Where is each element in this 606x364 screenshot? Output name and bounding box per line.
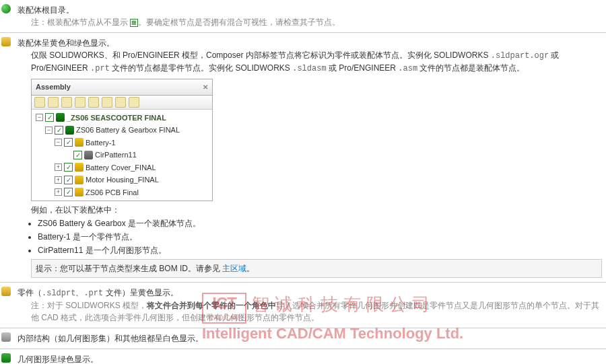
- tree-label: _ZS06 SEASCOOTER FINAL: [67, 112, 166, 124]
- part-node-icon: [75, 163, 83, 172]
- tree-row[interactable]: −✓_ZS06 SEASCOOTER FINAL: [36, 112, 208, 124]
- checkbox-icon[interactable]: ✓: [64, 176, 73, 184]
- row-title: 装配体呈黄色和绿色显示。: [18, 37, 602, 49]
- tree-row[interactable]: +✓Battery Cover_FINAL: [36, 161, 208, 174]
- group-icon: [1, 332, 11, 342]
- toolbar-icon[interactable]: [34, 97, 45, 108]
- part-node-icon: [75, 188, 83, 196]
- tree-label: Battery-1: [86, 137, 116, 149]
- row-icon: [0, 352, 16, 364]
- row-title: 零件（.sldprt、.prt 文件）呈黄色显示。: [18, 287, 602, 299]
- toolbar-icon[interactable]: [115, 97, 126, 108]
- row-title: 几何图形呈绿色显示。: [16, 352, 606, 364]
- tree-label: Motor Housing_FINAL: [86, 174, 159, 186]
- row-note: 注：根装配体节点从不显示 ▩。要确定根节点是否拥有混合可视性，请检查其子节点。: [31, 16, 602, 28]
- checkbox-icon[interactable]: ✓: [64, 163, 73, 172]
- tree-row[interactable]: −✓ZS06 Battery & Gearbox FINAL: [36, 124, 208, 137]
- row-icon: [0, 3, 16, 30]
- row-content: 装配体呈黄色和绿色显示。 仅限 SOLIDWORKS、和 Pro/ENGINEE…: [16, 36, 606, 279]
- tree-row[interactable]: −✓Battery-1: [36, 137, 208, 149]
- checkbox-icon[interactable]: ✓: [64, 138, 73, 147]
- list-item: CirPattern11 是一个几何图形节点。: [38, 244, 602, 256]
- row-icon: [0, 36, 16, 279]
- row-parts: 零件（.sldprt、.prt 文件）呈黄色显示。 注：对于 SOLIDWORK…: [0, 283, 606, 328]
- collapse-icon[interactable]: −: [36, 114, 43, 121]
- toolbar-icon[interactable]: [48, 97, 59, 108]
- checkbox-icon[interactable]: ✓: [64, 188, 73, 196]
- checkbox-icon[interactable]: ✓: [45, 113, 54, 122]
- row-assembly-colors: 装配体呈黄色和绿色显示。 仅限 SOLIDWORKS、和 Pro/ENGINEE…: [0, 33, 606, 283]
- close-icon[interactable]: ✕: [203, 82, 208, 92]
- example-bullets: ZS06 Battery & Gearbox 是一个装配体节点。 Battery…: [38, 217, 602, 256]
- tree-row[interactable]: +✓ZS06 PCB Final: [36, 186, 208, 199]
- link-main-region[interactable]: 主区域: [222, 264, 246, 273]
- row-icon: [0, 331, 16, 346]
- geometry-node-icon: [84, 151, 93, 159]
- part-icon: [1, 287, 11, 296]
- row-title: 装配体根目录。: [18, 4, 602, 16]
- collapse-icon[interactable]: −: [45, 126, 53, 134]
- expand-icon[interactable]: +: [55, 188, 62, 196]
- toolbar-icon[interactable]: [88, 97, 99, 108]
- tip-box: 提示：您可以基于节点类型来生成 BOM ID。请参见 主区域。: [31, 259, 602, 278]
- checkbox-icon[interactable]: ✓: [73, 151, 82, 159]
- toolbar-icon[interactable]: [102, 97, 112, 108]
- part-node-icon: [75, 138, 83, 147]
- row-icon: [0, 285, 16, 325]
- example-intro: 例如，在以下装配体中：: [31, 204, 602, 216]
- row-internal-structure: 内部结构（如几何图形集）和其他组都呈白色显示。: [0, 328, 606, 349]
- checkbox-icon: ▩: [130, 19, 138, 27]
- row-paragraph: 仅限 SOLIDWORKS、和 Pro/ENGINEER 模型，Composer…: [31, 49, 602, 75]
- row-content: 装配体根目录。 注：根装配体节点从不显示 ▩。要确定根节点是否拥有混合可视性，请…: [16, 3, 606, 30]
- geometry-icon: [1, 353, 11, 363]
- toolbar-icon[interactable]: [75, 97, 86, 108]
- tree-row[interactable]: ✓CirPattern11: [36, 149, 208, 161]
- toolbar-icon[interactable]: [129, 97, 139, 108]
- toolbar-icon[interactable]: [61, 97, 72, 108]
- collapse-icon[interactable]: −: [55, 139, 62, 146]
- row-note: 注：对于 SOLIDWORKS 模型，将文件合并到每个零件的一个角色中导入选项合…: [31, 299, 602, 324]
- list-item: ZS06 Battery & Gearbox 是一个装配体节点。: [38, 217, 602, 229]
- assembly-panel-title: Assembly ✕: [32, 79, 212, 96]
- checkbox-icon[interactable]: ✓: [55, 126, 63, 135]
- tree-label: Battery Cover_FINAL: [86, 162, 156, 174]
- tree-label: ZS06 Battery & Gearbox FINAL: [76, 124, 180, 136]
- note-strong: 将文件合并到每个零件的一个角色中: [147, 301, 276, 310]
- tree-row[interactable]: +✓Motor Housing_FINAL: [36, 174, 208, 186]
- assembly-toolbar: [32, 96, 212, 110]
- row-title: 内部结构（如几何图形集）和其他组都呈白色显示。: [16, 331, 606, 346]
- expand-icon[interactable]: +: [55, 176, 62, 184]
- row-root-assembly: 装配体根目录。 注：根装配体节点从不显示 ▩。要确定根节点是否拥有混合可视性，请…: [0, 0, 606, 33]
- assembly-panel: Assembly ✕ −✓_ZS06 SEASCOOTER FINAL −✓ZS…: [31, 79, 213, 201]
- expand-icon[interactable]: +: [55, 163, 62, 171]
- tree-label: CirPattern11: [95, 149, 137, 161]
- list-item: Battery-1 是一个零件节点。: [38, 231, 602, 243]
- part-node-icon: [75, 176, 83, 184]
- sphere-icon: [1, 4, 11, 13]
- row-content: 零件（.sldprt、.prt 文件）呈黄色显示。 注：对于 SOLIDWORK…: [16, 285, 606, 325]
- assembly-icon: [1, 37, 11, 46]
- assembly-node-icon: [56, 113, 65, 122]
- row-geometry-green: 几何图形呈绿色显示。: [0, 349, 606, 364]
- tree-label: ZS06 PCB Final: [86, 187, 139, 198]
- assembly-node-icon: [65, 126, 74, 135]
- assembly-tree: −✓_ZS06 SEASCOOTER FINAL −✓ZS06 Battery …: [32, 110, 212, 201]
